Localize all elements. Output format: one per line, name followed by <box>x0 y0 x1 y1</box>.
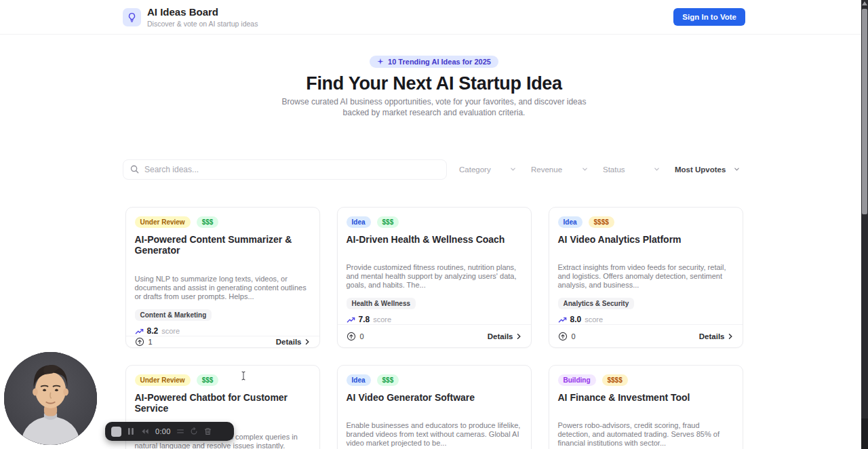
idea-description: Using NLP to summarize long texts, video… <box>135 275 311 301</box>
chevron-down-icon <box>654 166 660 172</box>
idea-description: Powers robo-advisors, credit scoring, fr… <box>558 421 734 448</box>
details-label: Details <box>488 332 513 340</box>
score-label: score <box>585 315 603 324</box>
trending-up-icon <box>135 327 144 336</box>
trending-up-icon <box>558 315 567 324</box>
webcam-overlay[interactable] <box>4 352 97 445</box>
page-subtitle: Browse curated AI business opportunities… <box>281 97 587 119</box>
circle-arrow-up-icon <box>347 332 356 341</box>
details-link[interactable]: Details <box>699 332 734 340</box>
chevron-down-icon <box>510 166 516 172</box>
revenue-badge: $$$ <box>377 374 399 386</box>
idea-title: AI-Driven Health & Wellness Coach <box>347 234 522 246</box>
filter-toolbar: Category Revenue Status Most Upvotes <box>123 159 745 180</box>
revenue-badge: $$$ <box>197 374 219 386</box>
idea-card: Idea $$$$ AI Video Analytics Platform Ex… <box>549 207 743 348</box>
score-value: 8.2 <box>147 326 159 336</box>
idea-card: Idea $$$ AI Video Generator Software Ena… <box>337 365 532 449</box>
page-scrollbar[interactable] <box>861 0 868 449</box>
idea-title: AI-Powered Chatbot for Customer Service <box>135 392 311 415</box>
chevron-right-icon <box>515 333 522 340</box>
category-filter-label: Category <box>459 165 491 174</box>
category-tag: Analytics & Security <box>558 298 635 309</box>
delete-button[interactable] <box>204 427 212 435</box>
idea-card: Idea $$$ AI-Driven Health & Wellness Coa… <box>337 207 532 348</box>
stop-recording-button[interactable] <box>111 427 121 437</box>
details-label: Details <box>699 332 725 340</box>
details-link[interactable]: Details <box>488 332 522 340</box>
text-cursor <box>241 371 246 380</box>
trending-badge: 10 Trending AI Ideas for 2025 <box>370 56 498 68</box>
status-badge: Under Review <box>135 216 191 228</box>
recording-toolbar[interactable]: 0:00 <box>105 422 234 441</box>
category-tag: Health & Wellness <box>347 298 416 309</box>
scrollbar-track-end <box>861 418 868 449</box>
app-subtitle: Discover & vote on AI startup ideas <box>147 20 258 28</box>
pen-button[interactable] <box>177 429 184 434</box>
details-link[interactable]: Details <box>276 338 311 346</box>
category-tag: Content & Marketing <box>135 309 212 321</box>
idea-card: Building $$$$ AI Finance & Investment To… <box>549 365 743 449</box>
circle-arrow-up-icon <box>135 337 144 347</box>
lightbulb-icon <box>123 8 141 26</box>
upvote-button[interactable]: 0 <box>347 332 364 341</box>
idea-title: AI Finance & Investment Tool <box>558 392 734 404</box>
hero-section: 10 Trending AI Ideas for 2025 Find Your … <box>0 35 868 119</box>
status-badge: Building <box>558 374 596 386</box>
trash-icon <box>204 427 212 435</box>
upvote-count: 0 <box>360 332 364 340</box>
status-badge: Idea <box>347 216 371 228</box>
chevron-down-icon <box>734 166 740 172</box>
rewind-button[interactable] <box>140 428 149 435</box>
upvote-count: 1 <box>149 338 153 346</box>
score-label: score <box>161 327 180 335</box>
revenue-badge: $$$ <box>197 216 219 228</box>
brand: AI Ideas Board Discover & vote on AI sta… <box>123 6 258 27</box>
status-badge: Idea <box>347 374 371 386</box>
sign-in-button[interactable]: Sign In to Vote <box>673 8 745 26</box>
chevron-right-icon <box>727 333 734 340</box>
idea-card-grid: Under Review $$$ AI-Powered Content Summ… <box>125 207 743 449</box>
scroll-up-arrow[interactable] <box>862 1 867 5</box>
search-box[interactable] <box>123 159 447 180</box>
trending-up-icon <box>347 315 355 324</box>
pause-icon <box>127 427 134 435</box>
scrollbar-thumb[interactable] <box>862 9 867 214</box>
sort-dropdown[interactable]: Most Upvotes <box>669 159 745 180</box>
category-filter[interactable]: Category <box>454 159 521 180</box>
trending-badge-label: 10 Trending AI Ideas for 2025 <box>388 58 491 66</box>
status-filter-label: Status <box>603 165 625 174</box>
idea-description: Provide customized fitness routines, nut… <box>347 263 522 290</box>
revenue-badge: $$$$ <box>589 216 614 228</box>
revenue-filter-label: Revenue <box>531 165 562 174</box>
search-icon <box>130 165 139 174</box>
revenue-badge: $$$ <box>377 216 399 228</box>
status-filter[interactable]: Status <box>597 159 665 180</box>
status-badge: Idea <box>558 216 583 228</box>
page-title: Find Your Next AI Startup Idea <box>0 73 868 94</box>
circle-arrow-up-icon <box>558 332 568 341</box>
idea-description: Extract insights from video feeds for se… <box>558 263 734 290</box>
upvote-button[interactable]: 0 <box>558 332 576 341</box>
pause-button[interactable] <box>127 427 134 435</box>
revenue-filter[interactable]: Revenue <box>526 159 593 180</box>
search-input[interactable] <box>144 165 439 174</box>
restart-icon <box>190 427 198 435</box>
chevron-down-icon <box>582 166 588 172</box>
app-title: AI Ideas Board <box>147 6 258 18</box>
idea-title: AI Video Analytics Platform <box>558 234 734 246</box>
score-value: 7.8 <box>359 315 370 324</box>
chevron-right-icon <box>304 338 311 345</box>
idea-title: AI Video Generator Software <box>347 392 522 404</box>
details-label: Details <box>276 338 302 346</box>
sparkles-icon <box>377 58 384 65</box>
sort-dropdown-label: Most Upvotes <box>675 165 726 174</box>
pen-icon <box>177 429 184 434</box>
idea-card: Under Review $$$ AI-Powered Content Summ… <box>125 207 320 348</box>
upvote-button[interactable]: 1 <box>135 337 153 347</box>
idea-title: AI-Powered Content Summarizer & Generato… <box>135 234 311 257</box>
recording-timer: 0:00 <box>155 427 171 435</box>
status-badge: Under Review <box>135 374 191 386</box>
idea-description: Enable businesses and educators to produ… <box>347 421 522 448</box>
restart-button[interactable] <box>190 427 198 435</box>
